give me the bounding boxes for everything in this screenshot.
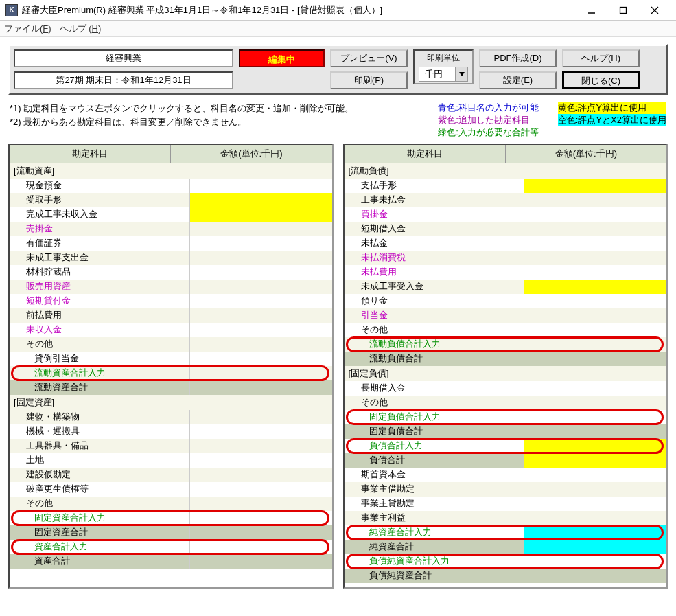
account-row[interactable]: 受取手形 bbox=[10, 193, 332, 207]
amount-cell[interactable] bbox=[524, 554, 666, 569]
amount-cell[interactable] bbox=[189, 236, 332, 251]
right-pane-body[interactable]: [流動負債]支払手形工事未払金買掛金短期借入金未払金未払消費税未払費用未成工事受… bbox=[345, 163, 667, 587]
account-row[interactable]: 短期貸付金 bbox=[10, 294, 332, 308]
amount-cell[interactable] bbox=[524, 381, 666, 396]
amount-cell[interactable] bbox=[189, 410, 332, 424]
amount-cell[interactable] bbox=[524, 222, 666, 236]
amount-cell[interactable] bbox=[524, 337, 666, 352]
account-row[interactable]: その他 bbox=[345, 396, 667, 410]
amount-cell[interactable] bbox=[524, 251, 666, 265]
print-unit-select[interactable]: 千円 bbox=[419, 67, 468, 82]
account-row[interactable]: 材料貯蔵品 bbox=[10, 265, 332, 280]
pdf-button[interactable]: PDF作成(D) bbox=[479, 49, 557, 67]
amount-cell[interactable] bbox=[189, 280, 332, 294]
amount-cell[interactable] bbox=[524, 396, 666, 410]
amount-cell[interactable] bbox=[189, 294, 332, 308]
account-row[interactable]: 事業主貸勘定 bbox=[345, 497, 667, 511]
account-row[interactable]: 工事未払金 bbox=[345, 193, 667, 207]
amount-cell[interactable] bbox=[524, 265, 666, 280]
amount-cell[interactable] bbox=[524, 207, 666, 222]
account-row[interactable]: 事業主利益 bbox=[345, 511, 667, 525]
amount-cell[interactable] bbox=[189, 453, 332, 468]
amount-cell[interactable] bbox=[189, 251, 332, 265]
account-row[interactable]: 短期借入金 bbox=[345, 222, 667, 236]
amount-cell[interactable] bbox=[524, 468, 666, 482]
amount-cell[interactable] bbox=[524, 410, 666, 424]
menu-file[interactable]: ファイル(F) bbox=[4, 23, 51, 35]
account-row[interactable]: 売掛金 bbox=[10, 222, 332, 236]
account-row[interactable]: 建物・構築物 bbox=[10, 410, 332, 424]
amount-cell[interactable] bbox=[189, 179, 332, 193]
amount-cell[interactable] bbox=[189, 366, 332, 380]
amount-cell[interactable] bbox=[524, 236, 666, 251]
amount-cell[interactable] bbox=[189, 308, 332, 323]
amount-cell[interactable] bbox=[189, 222, 332, 236]
account-row[interactable]: 純資産合計入力 bbox=[345, 525, 667, 540]
amount-cell[interactable] bbox=[189, 323, 332, 337]
account-row[interactable]: 現金預金 bbox=[10, 179, 332, 193]
amount-cell[interactable] bbox=[189, 468, 332, 482]
account-row[interactable]: その他 bbox=[10, 337, 332, 352]
account-row[interactable]: 未払金 bbox=[345, 236, 667, 251]
account-row[interactable]: 未払消費税 bbox=[345, 251, 667, 265]
account-row[interactable]: 貸倒引当金 bbox=[10, 352, 332, 366]
amount-cell[interactable] bbox=[524, 439, 666, 453]
account-row[interactable]: その他 bbox=[10, 497, 332, 511]
account-row[interactable]: 完成工事未収入金 bbox=[10, 207, 332, 222]
amount-cell[interactable] bbox=[189, 497, 332, 511]
account-row[interactable]: 引当金 bbox=[345, 308, 667, 323]
preview-button[interactable]: プレビュー(V) bbox=[330, 49, 408, 67]
account-row[interactable]: 負債合計入力 bbox=[345, 439, 667, 453]
amount-cell[interactable] bbox=[189, 193, 332, 207]
close-panel-button[interactable]: 閉じる(C) bbox=[562, 71, 640, 89]
account-row[interactable]: 固定負債合計入力 bbox=[345, 410, 667, 424]
amount-cell[interactable] bbox=[189, 511, 332, 525]
amount-cell[interactable] bbox=[524, 482, 666, 497]
account-row[interactable]: 土地 bbox=[10, 453, 332, 468]
maximize-button[interactable] bbox=[607, 1, 639, 20]
menu-help[interactable]: ヘルプ (H) bbox=[60, 23, 102, 35]
account-row[interactable]: 負債純資産合計入力 bbox=[345, 554, 667, 569]
account-row[interactable]: 機械・運搬具 bbox=[10, 424, 332, 439]
amount-cell[interactable] bbox=[189, 424, 332, 439]
account-row[interactable]: 買掛金 bbox=[345, 207, 667, 222]
minimize-button[interactable] bbox=[576, 1, 607, 20]
amount-cell[interactable] bbox=[524, 511, 666, 525]
amount-cell[interactable] bbox=[524, 294, 666, 308]
account-row[interactable]: 販売用資産 bbox=[10, 280, 332, 294]
amount-cell[interactable] bbox=[524, 497, 666, 511]
settings-button[interactable]: 設定(E) bbox=[479, 71, 557, 89]
account-row[interactable]: 固定資産合計入力 bbox=[10, 511, 332, 525]
account-row[interactable]: 未成工事受入金 bbox=[345, 280, 667, 294]
account-row[interactable]: 未払費用 bbox=[345, 265, 667, 280]
amount-cell[interactable] bbox=[524, 179, 666, 193]
account-row[interactable]: 有価証券 bbox=[10, 236, 332, 251]
amount-cell[interactable] bbox=[189, 265, 332, 280]
amount-cell[interactable] bbox=[524, 308, 666, 323]
amount-cell[interactable] bbox=[189, 352, 332, 366]
account-row[interactable]: 預り金 bbox=[345, 294, 667, 308]
account-row[interactable]: 未成工事支出金 bbox=[10, 251, 332, 265]
account-row[interactable]: 前払費用 bbox=[10, 308, 332, 323]
account-row[interactable]: 支払手形 bbox=[345, 179, 667, 193]
account-row[interactable]: 期首資本金 bbox=[345, 468, 667, 482]
account-row[interactable]: 破産更生債権等 bbox=[10, 482, 332, 497]
amount-cell[interactable] bbox=[189, 207, 332, 222]
account-row[interactable]: 流動負債合計入力 bbox=[345, 337, 667, 352]
account-row[interactable]: 流動資産合計入力 bbox=[10, 366, 332, 380]
print-button[interactable]: 印刷(P) bbox=[330, 71, 408, 89]
account-row[interactable]: その他 bbox=[345, 323, 667, 337]
amount-cell[interactable] bbox=[524, 323, 666, 337]
account-row[interactable]: 事業主借勘定 bbox=[345, 482, 667, 497]
amount-cell[interactable] bbox=[524, 280, 666, 294]
amount-cell[interactable] bbox=[189, 337, 332, 352]
left-pane-body[interactable]: [流動資産]現金預金受取手形完成工事未収入金売掛金有価証券未成工事支出金材料貯蔵… bbox=[10, 163, 332, 587]
help-button[interactable]: ヘルプ(H) bbox=[562, 49, 640, 67]
account-row[interactable]: 資産合計入力 bbox=[10, 540, 332, 554]
amount-cell[interactable] bbox=[189, 482, 332, 497]
amount-cell[interactable] bbox=[189, 439, 332, 453]
account-row[interactable]: 工具器具・備品 bbox=[10, 439, 332, 453]
account-row[interactable]: 長期借入金 bbox=[345, 381, 667, 396]
amount-cell[interactable] bbox=[524, 525, 666, 540]
account-row[interactable]: 未収入金 bbox=[10, 323, 332, 337]
